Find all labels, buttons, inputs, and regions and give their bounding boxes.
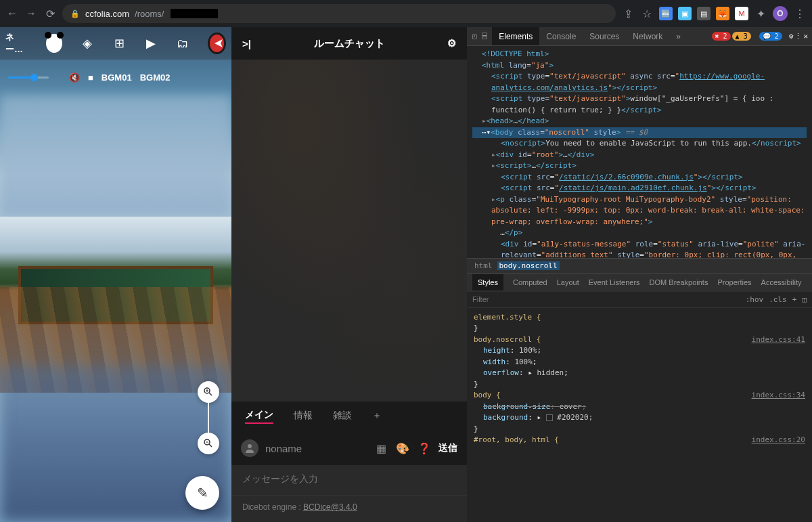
mute-icon[interactable]: 🔇 [69,72,80,83]
styles-tab-a11y[interactable]: Accessibility [761,278,802,286]
tab-network[interactable]: Network [626,27,669,45]
elements-tree[interactable]: <!DOCTYPE html> <html lang="ja"> <script… [467,46,812,258]
panels-icon[interactable]: ◫ [802,295,807,304]
chunk2-link[interactable]: /static/js/main.ad2910ef.chunk.js [559,183,707,192]
tab-main[interactable]: メイン [245,409,273,424]
noscript-text: You need to enable JavaScript to run thi… [545,139,752,148]
forward-button[interactable]: → [24,7,38,20]
room-title[interactable]: ネー… [5,31,27,56]
dicebot-link[interactable]: BCDice@3.4.0 [303,502,357,512]
styles-body[interactable]: element.style { } index.css:41body.noscr… [467,308,812,523]
error-badge[interactable]: ✖ 2 [712,32,731,41]
add-rule-icon[interactable]: + [792,295,797,304]
extension-gmail-icon[interactable]: M [735,7,748,20]
devtools-close-icon[interactable]: ✕ [803,32,808,41]
list-icon[interactable]: ▦ [374,442,388,455]
styles-tab-breakpoints[interactable]: DOM Breakpoints [650,278,708,286]
url-redacted [171,9,218,18]
collapse-button[interactable]: >| [242,38,251,49]
scene-blur-top [0,95,231,217]
chat-panel: >| ルームチャット ⚙ メイン 情報 雑談 ＋ noname ▦ 🎨 ❓ 送信… [231,27,467,522]
panda-icon[interactable] [46,34,62,53]
extension-3-icon[interactable]: ▤ [697,7,710,20]
user-avatar-icon[interactable] [241,439,258,457]
styles-tab-computed[interactable]: Computed [513,278,547,286]
screen-icon[interactable]: ▶ [145,36,158,51]
zoom-in-button[interactable] [198,381,219,403]
styles-filter: :hov .cls + ◫ [467,292,812,308]
tab-more[interactable]: » [669,27,687,45]
dicebot-footer: Dicebot engine : BCDice@3.4.0 [231,495,467,522]
url-domain: ccfolia.com [85,9,129,19]
edit-fab[interactable]: ✎ [185,476,219,510]
back-button[interactable]: ← [5,7,19,20]
svg-point-7 [248,444,252,448]
extension-2-icon[interactable]: ▣ [678,7,692,20]
css-source-34[interactable]: index.css:34 [752,390,805,401]
url-bar[interactable]: 🔒 ccfolia.com/rooms/ [62,4,616,23]
help-icon[interactable]: ❓ [417,442,432,455]
css-source-20[interactable]: index.css:20 [752,435,805,446]
tab-add[interactable]: ＋ [372,410,382,423]
profile-avatar[interactable]: O [773,6,788,21]
zoom-out-button[interactable] [198,433,219,454]
cls-toggle[interactable]: .cls [769,295,787,304]
styles-tab-listeners[interactable]: Event Listeners [589,278,640,286]
chat-tabs: メイン 情報 雑談 ＋ [231,401,467,431]
tab-info[interactable]: 情報 [294,410,313,423]
devtools-tabs: ◰ ⌸ Elements Console Sources Network » ✖… [467,27,812,46]
zoom-track[interactable] [208,403,209,433]
send-button[interactable]: 送信 [438,442,457,454]
bgm2-button[interactable]: BGM02 [140,72,171,83]
devtools-menu-icon[interactable]: ⋮ [794,32,802,41]
devtools-badges[interactable]: ✖ 2▲ 3 💬 2 ⚙ ⋮ ✕ [708,32,812,41]
info-badge[interactable]: 💬 2 [759,32,782,41]
styles-tab-properties[interactable]: Properties [717,278,751,286]
zoom-controls [198,381,219,454]
warn-badge[interactable]: ▲ 3 [732,32,751,41]
hov-toggle[interactable]: :hov [746,295,764,304]
tab-console[interactable]: Console [539,27,583,45]
settings-icon[interactable]: ⚙ [447,37,456,49]
css-source-41[interactable]: index.css:41 [752,334,805,346]
lock-icon: 🔒 [70,9,80,18]
add-icon[interactable]: ⊞ [113,36,126,51]
tab-elements[interactable]: Elements [492,27,539,45]
message-input[interactable]: メッセージを入力 [231,465,467,495]
layers-icon[interactable]: ◈ [81,36,94,51]
device-icon[interactable]: ⌸ [482,32,487,41]
chat-messages[interactable] [231,60,467,401]
palette-icon[interactable]: 🎨 [395,442,410,455]
filter-input[interactable] [472,295,746,303]
dicebot-label: Dicebot engine : [242,502,303,512]
bc-html[interactable]: html [472,261,495,270]
share-icon[interactable]: ⇪ [621,7,635,20]
tab-casual[interactable]: 雑談 [333,410,352,423]
bc-body[interactable]: body.noscroll [497,261,560,270]
styles-tab-styles[interactable]: Styles [472,274,503,290]
star-icon[interactable]: ☆ [640,7,654,20]
devtools-settings-icon[interactable]: ⚙ [789,32,794,41]
chat-header: >| ルームチャット ⚙ [231,27,467,60]
extensions-button[interactable]: ✦ [754,7,767,20]
chunk1-link[interactable]: /static/js/2.66c0909e.chunk.js [559,173,694,181]
extension-metamask-icon[interactable]: 🦊 [716,7,729,20]
bgm1-button[interactable]: BGM01 [102,72,132,83]
selected-body-node[interactable]: ⋯▾<body class="noscroll" style> == $0 [472,127,807,139]
styles-tab-layout[interactable]: Layout [557,278,579,286]
stop-icon[interactable]: ■ [88,72,93,83]
record-icon[interactable] [208,32,226,54]
chat-input-row: noname ▦ 🎨 ❓ 送信 [231,431,467,465]
dom-breadcrumb[interactable]: html body.noscroll [467,258,812,273]
menu-button[interactable]: ⋮ [793,7,807,20]
game-toolbar: ネー… ◈ ⊞ ▶ 🗂 [0,27,231,60]
reload-button[interactable]: ⟳ [43,7,57,20]
tab-sources[interactable]: Sources [583,27,626,45]
extension-translate-icon[interactable]: 🔤 [659,7,673,20]
username[interactable]: noname [265,443,367,454]
url-path: /rooms/ [135,9,164,19]
inspect-icon[interactable]: ◰ [472,32,477,41]
element-style-selector: element.style { [474,313,541,322]
volume-slider[interactable] [8,77,49,79]
folder-icon[interactable]: 🗂 [177,37,189,51]
